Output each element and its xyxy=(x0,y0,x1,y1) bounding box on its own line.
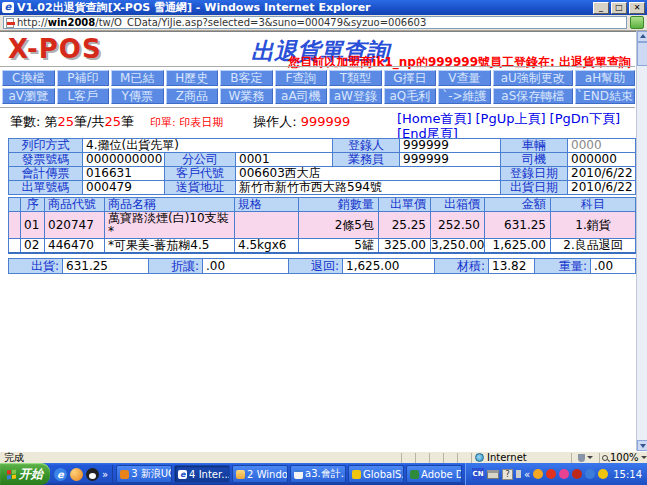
address-input[interactable]: http://win2008/tw/O_CData/YiJie.asp?sele… xyxy=(3,16,627,29)
status-pane xyxy=(457,453,471,463)
window-title: V1.02出退貨查詢[X-POS 雪通網] - Windows Internet… xyxy=(17,0,593,15)
row-select-cell xyxy=(9,212,21,239)
weight-value: .00 xyxy=(591,259,636,274)
item-name: *可果美-蕃茄糊4.5 xyxy=(105,239,235,254)
btn-reprint[interactable]: P補印 xyxy=(57,70,110,86)
start-button[interactable]: 开始 xyxy=(0,463,50,485)
item-amount: 1,625.00 xyxy=(485,239,551,254)
task-label: Adobe D... xyxy=(421,469,462,480)
btn-type[interactable]: T類型 xyxy=(329,70,382,86)
task-accounting-doc[interactable]: a3.會計... xyxy=(290,465,346,483)
minimize-button[interactable]: _ xyxy=(593,2,609,14)
item-box-price: 3,250.00 xyxy=(431,239,485,254)
scroll-up-button[interactable] xyxy=(637,31,647,42)
input-method-icon[interactable]: CN xyxy=(472,468,484,480)
item-row-selected[interactable]: 01 020747 萬寶路淡煙(白)10支裝* 2條5包 25.25 252.5… xyxy=(9,212,636,239)
uc-quicklaunch-icon[interactable] xyxy=(70,468,83,481)
btn-force-update[interactable]: aU強制更改 xyxy=(493,70,573,86)
tray-app-icon-1[interactable] xyxy=(533,469,543,479)
btn-query[interactable]: F查詢 xyxy=(275,70,328,86)
nav-home-link[interactable]: [Home首頁] xyxy=(397,111,472,126)
btn-margin[interactable]: aQ毛利 xyxy=(384,88,437,104)
task-sina-uc[interactable]: 3 新浪UC xyxy=(116,465,172,483)
item-name-line2: * xyxy=(108,225,234,238)
magnifier-icon xyxy=(602,455,608,461)
printer-tray-icon[interactable] xyxy=(487,470,499,479)
task-adobe[interactable]: Adobe D... xyxy=(406,465,462,483)
protected-mode-pane[interactable] xyxy=(571,453,599,463)
btn-history[interactable]: H歷史 xyxy=(166,70,219,86)
task-label: GlobalS... xyxy=(363,469,404,480)
btn-check-qty[interactable]: V查量 xyxy=(438,70,491,86)
shield-icon xyxy=(578,454,585,462)
quicklaunch-overflow-chevron[interactable]: » xyxy=(102,469,108,480)
form-row-invoice: 發票號碼 0000000000 分公司 0001 業務員 999999 司機 0… xyxy=(9,153,636,167)
accounting-voucher-label: 會計傳票 xyxy=(9,167,83,181)
tray-collapse-chevron[interactable]: « xyxy=(524,469,530,480)
nav-pgdn-link[interactable]: [PgDn下頁] xyxy=(550,111,620,126)
close-button[interactable]: ✕ xyxy=(629,2,645,14)
go-button-icon[interactable] xyxy=(630,16,644,29)
ie-quicklaunch-icon[interactable]: e xyxy=(54,468,67,481)
row-select-cell xyxy=(9,239,21,254)
tray-app-icon-4[interactable] xyxy=(572,469,582,479)
tray-misc-icon[interactable] xyxy=(516,470,521,478)
ship-date-label: 出貨日期 xyxy=(501,181,568,195)
zoom-control[interactable]: 100% xyxy=(599,453,647,463)
discount-label: 折讓: xyxy=(149,259,203,274)
customer-code-label: 客戶代號 xyxy=(165,167,236,181)
status-pane xyxy=(401,453,415,463)
btn-save-transfer[interactable]: aS保存轉檔 xyxy=(493,88,573,104)
task-internet-explorer[interactable]: e 4 Inter... xyxy=(174,465,230,483)
btn-voucher[interactable]: Y傳票 xyxy=(111,88,164,104)
btn-pick-date[interactable]: G擇日 xyxy=(384,70,437,86)
windows-flag-icon xyxy=(7,469,16,479)
help-tray-icon[interactable]: ? xyxy=(502,469,513,480)
maximize-button[interactable]: □ xyxy=(611,2,627,14)
btn-browse[interactable]: aV瀏覽 xyxy=(2,88,55,104)
summary-row: 出貨: 631.25 折讓: .00 退回: 1,625.00 材積: 13.8… xyxy=(9,259,636,274)
btn-customer[interactable]: L客戶 xyxy=(57,88,110,104)
btn-login[interactable]: aW登錄 xyxy=(329,88,382,104)
tray-app-icon-2[interactable] xyxy=(546,469,556,479)
window-titlebar: e V1.02出退貨查詢[X-POS 雪通網] - Windows Intern… xyxy=(0,0,647,15)
tray-shield-icon[interactable] xyxy=(598,469,608,479)
col-product-name: 商品名稱 xyxy=(105,198,235,212)
col-amount: 金額 xyxy=(485,198,551,212)
scrollbar-thumb[interactable] xyxy=(637,42,647,66)
btn-product[interactable]: Z商品 xyxy=(166,88,219,104)
shipment-total-value: 631.25 xyxy=(63,259,149,274)
btn-end[interactable]: `END結束 xyxy=(575,88,635,104)
zoom-level: 100% xyxy=(610,452,639,463)
btn-customer-order[interactable]: B客定 xyxy=(220,70,273,86)
tray-app-icon-5[interactable] xyxy=(585,469,595,479)
scroll-down-button[interactable] xyxy=(637,440,647,451)
qq-quicklaunch-icon[interactable] xyxy=(86,468,99,481)
status-bar: 完成 Internet 100% xyxy=(0,451,647,463)
btn-help[interactable]: aH幫助 xyxy=(575,70,635,86)
item-row[interactable]: 02 446470 *可果美-蕃茄糊4.5 4.5kgx6 5罐 325.00 … xyxy=(9,239,636,254)
quick-launch: e » xyxy=(50,465,113,483)
btn-driver[interactable]: aA司機 xyxy=(275,88,328,104)
tray-app-icon-3[interactable] xyxy=(559,469,569,479)
col-qty: 銷數量 xyxy=(299,198,379,212)
operator-value: 999999 xyxy=(301,114,351,129)
nav-pgup-link[interactable]: [PgUp上頁] xyxy=(476,111,546,126)
item-category: 2.良品退回 xyxy=(551,239,636,254)
btn-change-file[interactable]: C換檔 xyxy=(2,70,55,86)
print-mode-label: 列印方式 xyxy=(9,139,83,153)
registrant-label: 登錄人 xyxy=(333,139,400,153)
operator-label: 操作人: xyxy=(253,114,296,129)
col-select xyxy=(9,198,21,212)
internet-globe-icon xyxy=(475,453,484,462)
btn-closed[interactable]: M已結 xyxy=(111,70,164,86)
task-windows-explorer[interactable]: 2 Windo... xyxy=(232,465,288,483)
function-toolbar: C換檔 P補印 M已結 H歷史 B客定 F查詢 T類型 G擇日 V查量 aU強制… xyxy=(2,70,635,106)
vertical-scrollbar[interactable] xyxy=(636,31,647,451)
btn-sales[interactable]: W業務 xyxy=(220,88,273,104)
btn-maintain[interactable]: `->維護 xyxy=(438,88,491,104)
print-note: 印單: 印表日期 xyxy=(150,116,223,129)
task-globals[interactable]: GlobalS... xyxy=(348,465,404,483)
registrant-value: 999999 xyxy=(400,139,501,153)
invoice-no-label: 發票號碼 xyxy=(9,153,83,167)
